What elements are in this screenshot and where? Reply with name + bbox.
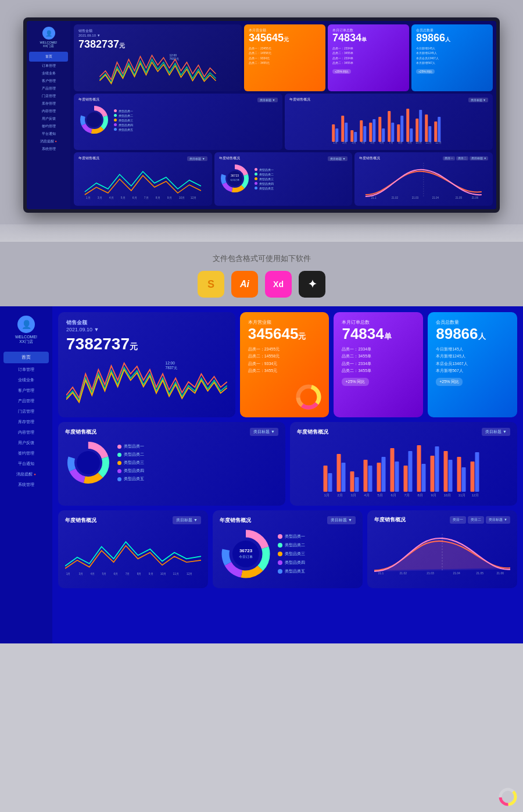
bottom-smooth-tag1[interactable]: 类目一: [450, 516, 466, 524]
svg-text:11月: 11月: [458, 493, 466, 497]
svg-text:7月: 7月: [144, 196, 149, 199]
svg-rect-106: [471, 462, 475, 492]
bottom-nav-stores[interactable]: 门店管理: [0, 406, 52, 417]
bottom-pie-tag[interactable]: 类目标题 ▼: [250, 428, 278, 436]
small-smooth-title: 年度销售概况: [359, 156, 380, 161]
small-line-chart: 1月 3月 4月 5月 6月 7月 8月 9月 10月 12月: [78, 163, 207, 201]
small-nav-orders[interactable]: 订单管理: [27, 62, 70, 70]
small-nav-home[interactable]: 首页: [29, 52, 68, 62]
svg-text:3月: 3月: [351, 493, 356, 497]
small-nav-inventory[interactable]: 库存管理: [27, 100, 70, 108]
svg-text:36723: 36723: [239, 548, 253, 553]
bottom-pie-card: 年度销售概况 类目标题 ▼ 类型品类一: [58, 422, 285, 506]
svg-text:21.05: 21.05: [456, 196, 463, 199]
bottom-pie-header: 年度销售概况 类目标题 ▼: [65, 428, 278, 436]
bottom-nav-orders[interactable]: 订单管理: [0, 364, 52, 375]
figma-icon: ✦: [299, 271, 325, 298]
bottom-nav-system[interactable]: 系统管理: [0, 480, 52, 490]
svg-rect-101: [435, 446, 439, 492]
bottom-bar-tag[interactable]: 类目标题 ▼: [482, 428, 510, 436]
svg-rect-33: [428, 126, 431, 142]
svg-text:5月: 5月: [102, 572, 107, 575]
svg-text:1月: 1月: [66, 572, 71, 575]
small-line-tag[interactable]: 类目标题 ▼: [187, 156, 207, 161]
bottom-donut-tag[interactable]: 类目标题 ▼: [327, 516, 356, 524]
bottom-donut-wrap: 36723 今日订单: [220, 528, 272, 580]
svg-rect-14: [360, 120, 363, 142]
bottom-donut-chart: 36723 今日订单: [220, 528, 272, 580]
svg-text:10月: 10月: [415, 141, 422, 144]
small-nav-system[interactable]: 系统管理: [27, 145, 70, 153]
bottom-nav-content[interactable]: 内容管理: [0, 427, 52, 438]
monitor-frame: 👤 WELCOME!XX门店 首页 订单管理 业绩业务 客户管理 产品管理 门店…: [23, 17, 500, 213]
small-nav-content[interactable]: 内容管理: [27, 108, 70, 115]
svg-point-10: [87, 112, 102, 127]
bottom-members-details: 今日新增145人本月新增1245人本店会员13467人本月新增567人: [436, 346, 509, 375]
svg-rect-22: [434, 121, 437, 142]
monitor-screen: 👤 WELCOME!XX门店 首页 订单管理 业绩业务 客户管理 产品管理 门店…: [27, 21, 496, 209]
bottom-bar-header: 年度销售概况 类目标题 ▼: [297, 428, 510, 436]
small-nav-contract[interactable]: 签约管理: [27, 123, 70, 130]
svg-text:21.1: 21.1: [378, 571, 384, 575]
small-smooth-tag2[interactable]: 类目二: [456, 156, 468, 160]
small-sales-amount: 7382737元: [78, 38, 237, 51]
bottom-nav-products[interactable]: 产品管理: [0, 396, 52, 406]
svg-text:3月: 3月: [352, 141, 356, 144]
bottom-smooth-tag2[interactable]: 类目二: [468, 516, 484, 524]
svg-text:12月: 12月: [435, 141, 442, 144]
bottom-nav-home[interactable]: 首页: [3, 352, 49, 363]
svg-rect-20: [415, 119, 418, 142]
bottom-nav-messages[interactable]: 消息提醒 ●: [0, 469, 52, 480]
small-bar-tag[interactable]: 类目标题 ▼: [468, 98, 488, 102]
small-nav-products[interactable]: 产品管理: [27, 85, 70, 92]
small-nav-stores[interactable]: 门店管理: [27, 92, 70, 100]
svg-rect-26: [363, 126, 366, 142]
bottom-nav-biz[interactable]: 业绩业务: [0, 375, 52, 385]
svg-rect-100: [431, 456, 435, 492]
svg-text:2月: 2月: [342, 141, 347, 144]
svg-text:9月: 9月: [167, 196, 172, 199]
svg-text:今日订单: 今日订单: [239, 555, 253, 559]
small-sidebar: 👤 WELCOME!XX门店 首页 订单管理 业绩业务 客户管理 产品管理 门店…: [27, 21, 70, 209]
small-nav-customers[interactable]: 客户管理: [27, 77, 70, 85]
svg-rect-24: [345, 123, 348, 142]
small-line-header: 年度销售概况 类目标题 ▼: [78, 156, 207, 161]
svg-rect-27: [372, 119, 375, 142]
small-nav-feedback[interactable]: 用户反馈: [27, 115, 70, 123]
bottom-nav-notice[interactable]: 平台通知: [0, 459, 52, 469]
bottom-main: 销售金额 2021.09.10 ▼ 7382737元 12:00 7837元 本…: [52, 306, 523, 643]
small-avatar: 👤: [42, 27, 55, 40]
small-smooth-tag3[interactable]: 类目标题 ▼: [470, 156, 488, 160]
bottom-smooth-header: 年度销售概况 类目一 类目二 类目标题 ▼: [374, 516, 510, 524]
small-nav-biz[interactable]: 业绩业务: [27, 70, 70, 77]
svg-text:6月: 6月: [379, 141, 384, 144]
small-smooth-tag1[interactable]: 类目一: [443, 156, 455, 160]
svg-text:21.02: 21.02: [399, 571, 407, 575]
bottom-bar-title: 年度销售概况: [297, 428, 328, 436]
bottom-smooth-tag3[interactable]: 类目标题 ▼: [486, 516, 510, 524]
small-donut-chart-wrap: 36723 今日订单: [219, 163, 251, 195]
small-donut-card: 年度销售概况 类目标题 ▼: [214, 152, 353, 206]
small-nav-notice[interactable]: 平台通知: [27, 130, 70, 138]
bottom-dashboard: 👤 WELCOME!XX门店 首页 订单管理 业绩业务 客户管理 产品管理 门店…: [0, 306, 523, 643]
svg-point-136: [232, 541, 259, 567]
bottom-nav-customers[interactable]: 客户管理: [0, 385, 52, 396]
svg-rect-32: [419, 110, 422, 142]
bottom-sales-card: 销售金额 2021.09.10 ▼ 7382737元 12:00 7837元: [58, 312, 235, 417]
bottom-nav-contract[interactable]: 签约管理: [0, 448, 52, 459]
bottom-line-title: 年度销售概况: [65, 517, 96, 524]
bottom-nav-inventory[interactable]: 库存管理: [0, 417, 52, 427]
bottom-nav-feedback[interactable]: 用户反馈: [0, 438, 52, 448]
small-members-details: 今日新增145人本月新增1245人本店会员13467人本月新增567人: [416, 46, 488, 66]
bottom-revenue-donut: [294, 382, 323, 412]
small-nav-messages[interactable]: 消息提醒 ●: [27, 138, 70, 145]
svg-rect-11: [332, 124, 335, 142]
bottom-line-tag[interactable]: 类目标题 ▼: [173, 516, 201, 524]
bottom-donut-legend: 类型品类一 类型品类二 类型品类三 类型品类四 类型品类五: [278, 534, 305, 574]
small-donut-tag[interactable]: 类目标题 ▼: [328, 156, 348, 161]
bottom-charts-row: 年度销售概况 类目标题 ▼ 类型品类一: [58, 422, 517, 506]
svg-text:21.06: 21.06: [497, 571, 504, 575]
bottom-orders-badge: +25% 同比: [342, 378, 368, 386]
small-pie-tag[interactable]: 类目标题 ▼: [257, 98, 277, 102]
bottom-smooth-title: 年度销售概况: [374, 516, 406, 524]
